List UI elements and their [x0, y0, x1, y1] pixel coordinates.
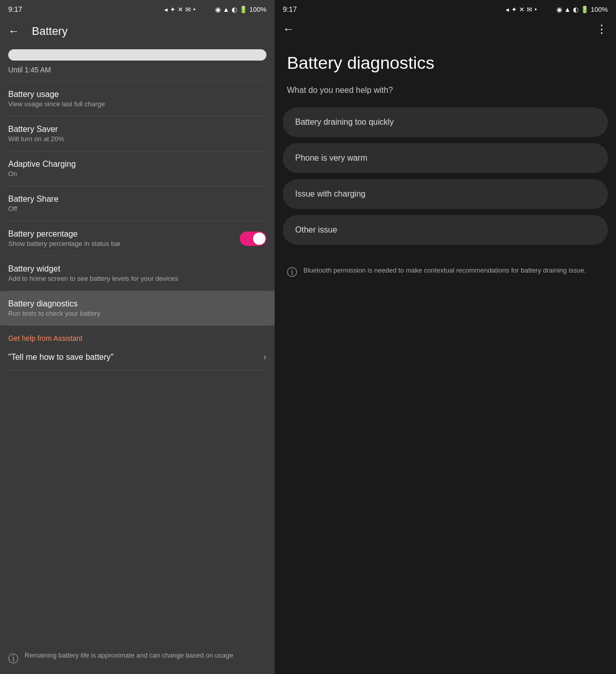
wifi-icon: ▲ — [223, 6, 229, 13]
menu-item-adaptive-charging[interactable]: Adaptive Charging On — [0, 151, 275, 186]
status-bar-right: 9:17 ◂ ✦ ✕ ✉ • ◉ ▲ ◐ 🔋 100% — [275, 0, 616, 18]
option-other-issue[interactable]: Other issue — [283, 215, 608, 245]
diagnostics-title: Battery diagnostics — [275, 44, 616, 86]
battery-widget-subtitle: Add to home screen to see battery levels… — [8, 275, 266, 282]
adaptive-charging-subtitle: On — [8, 170, 266, 178]
x-icon: ✕ — [178, 6, 183, 13]
battery-share-subtitle: Off — [8, 205, 266, 213]
assistant-label: Get help from Assistant — [8, 334, 266, 342]
battery-percentage-subtitle: Show battery percentage in status bar — [8, 240, 121, 247]
signal-icon-r: ◂ — [506, 6, 509, 13]
battery-percent-r: 100% — [591, 6, 608, 13]
signal-icon: ◂ — [164, 6, 168, 13]
battery-icon: 🔋 — [239, 6, 247, 13]
page-title-left: Battery — [32, 25, 68, 38]
battery-widget-title: Battery widget — [8, 264, 266, 274]
option-charging-issue[interactable]: Issue with charging — [283, 179, 608, 209]
status-bar-left: 9:17 ◂ ✦ ✕ ✉ • ◉ ▲ ◐ 🔋 100% — [0, 0, 275, 18]
adaptive-charging-title: Adaptive Charging — [8, 160, 266, 169]
battery-icon-r: 🔋 — [581, 6, 589, 13]
chevron-right-icon: › — [263, 352, 266, 362]
location-icon: ◉ — [215, 6, 221, 13]
info-text-left: Remaining battery life is approximate an… — [25, 651, 233, 666]
battery-percentage-toggle[interactable] — [240, 232, 266, 246]
bluetooth-info-text: Bluetooth permission is needed to make c… — [303, 265, 586, 279]
signal2-icon: ◐ — [232, 6, 237, 13]
left-panel: 9:17 ◂ ✦ ✕ ✉ • ◉ ▲ ◐ 🔋 100% ← Battery Un… — [0, 0, 275, 674]
time-left: 9:17 — [8, 5, 22, 13]
top-bar-right: ← ⋮ — [275, 18, 616, 44]
assistant-item[interactable]: "Tell me how to save battery" › — [0, 344, 275, 370]
battery-percent: 100% — [249, 6, 266, 13]
battery-share-title: Battery Share — [8, 195, 266, 204]
diagnostics-subtitle: What do you need help with? — [275, 86, 616, 107]
assistant-item-text: "Tell me how to save battery" — [8, 353, 113, 362]
info-icon-left: ⓘ — [8, 652, 18, 666]
battery-diagnostics-title: Battery diagnostics — [8, 299, 266, 309]
toggle-thumb — [253, 233, 265, 245]
menu-item-battery-widget[interactable]: Battery widget Add to home screen to see… — [0, 256, 275, 291]
dot-icon: • — [193, 6, 196, 13]
more-options-icon[interactable]: ⋮ — [596, 23, 608, 36]
battery-diagnostics-subtitle: Run tests to check your battery — [8, 310, 266, 317]
top-bar-left: ← Battery — [0, 18, 275, 44]
status-icons-right: ◂ ✦ ✕ ✉ • ◉ ▲ ◐ 🔋 100% — [506, 6, 608, 13]
battery-usage-title: Battery usage — [8, 90, 266, 99]
back-button-right[interactable]: ← — [283, 23, 294, 36]
signal2-icon-r: ◐ — [573, 6, 579, 13]
battery-saver-title: Battery Saver — [8, 125, 266, 134]
menu-item-battery-percentage[interactable]: Battery percentage Show battery percenta… — [0, 221, 275, 256]
option-text-0: Battery draining too quickly — [295, 118, 394, 127]
carrier-icon: ✦ — [170, 6, 176, 13]
battery-saver-subtitle: Will turn on at 20% — [8, 135, 266, 143]
menu-item-battery-usage[interactable]: Battery usage View usage since last full… — [0, 82, 275, 116]
menu-item-battery-saver[interactable]: Battery Saver Will turn on at 20% — [0, 117, 275, 151]
dot-icon-r: • — [534, 6, 537, 13]
menu-item-battery-diagnostics[interactable]: Battery diagnostics Run tests to check y… — [0, 291, 275, 325]
bluetooth-info-section: ⓘ Bluetooth permission is needed to make… — [275, 255, 616, 290]
mail-icon: ✉ — [185, 6, 191, 13]
back-button-left[interactable]: ← — [8, 25, 20, 38]
divider-9 — [8, 370, 266, 370]
carrier-icon-r: ✦ — [511, 6, 517, 13]
option-text-1: Phone is very warm — [295, 153, 368, 163]
battery-bar-container — [0, 44, 275, 63]
bluetooth-info-icon: ⓘ — [287, 265, 297, 279]
right-panel: 9:17 ◂ ✦ ✕ ✉ • ◉ ▲ ◐ 🔋 100% ← ⋮ Battery … — [275, 0, 616, 674]
option-text-3: Other issue — [295, 225, 337, 235]
time-right: 9:17 — [283, 5, 297, 13]
location-icon-r: ◉ — [556, 6, 562, 13]
x-icon-r: ✕ — [519, 6, 525, 13]
wifi-icon-r: ▲ — [564, 6, 571, 13]
option-phone-warm[interactable]: Phone is very warm — [283, 143, 608, 173]
status-icons-left: ◂ ✦ ✕ ✉ • ◉ ▲ ◐ 🔋 100% — [164, 6, 266, 13]
menu-item-battery-share[interactable]: Battery Share Off — [0, 186, 275, 221]
assistant-section: Get help from Assistant — [0, 326, 275, 344]
info-section-left: ⓘ Remaining battery life is approximate … — [0, 643, 275, 674]
mail-icon-r: ✉ — [527, 6, 532, 13]
option-battery-draining[interactable]: Battery draining too quickly — [283, 107, 608, 137]
battery-percentage-title: Battery percentage — [8, 229, 121, 239]
battery-usage-subtitle: View usage since last full charge — [8, 100, 266, 108]
battery-progress-bar — [8, 49, 266, 61]
until-text: Until 1:45 AM — [0, 63, 275, 81]
option-text-2: Issue with charging — [295, 189, 365, 199]
